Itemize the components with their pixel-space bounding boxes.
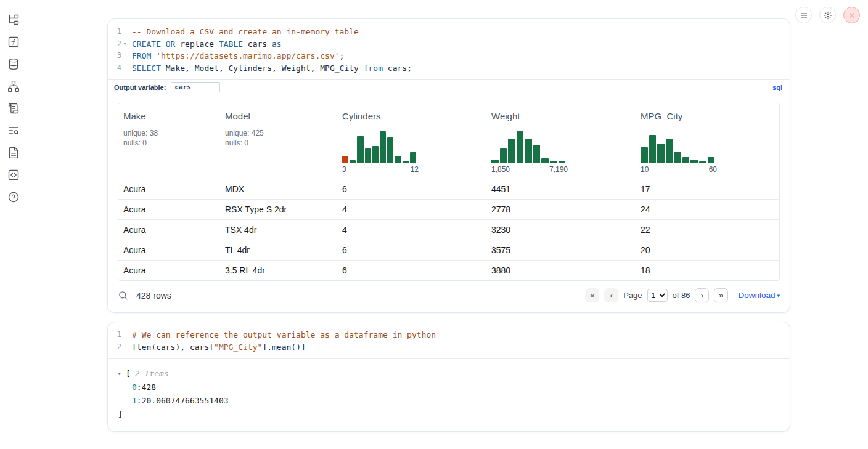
table-footer: 428 rows « ‹ Page 1 of 86 › » Download ▾ [108,281,790,312]
text-search-icon[interactable] [7,124,20,137]
histogram-bar [357,136,363,163]
histogram-bar [699,161,706,163]
last-page-button[interactable]: » [714,288,728,302]
table-row: Acura3.5 RL 4dr6388018 [118,260,779,280]
histogram-bar [533,145,541,163]
sql-editor[interactable]: 1-- Download a CSV and create an in-memo… [108,19,790,79]
table-cell: 6 [337,179,486,199]
close-button[interactable] [843,7,860,23]
histogram-bar [682,157,690,163]
search-icon[interactable] [118,290,129,301]
table-cell: MDX [220,179,337,199]
line-number: 1 [108,329,121,341]
code-line[interactable]: 2▾CREATE OR replace TABLE cars as [108,38,790,51]
table-cell: 4 [337,220,486,240]
table-cell: Acura [118,220,220,240]
logs-scroll-icon[interactable] [7,102,20,115]
code-text: CREATE OR replace TABLE cars as [128,38,282,51]
code-square-icon[interactable] [7,169,20,181]
code-line[interactable]: 1# We can reference the output variable … [108,329,790,341]
output-variable-input[interactable] [171,82,220,92]
table-cell: 22 [636,220,779,240]
snippets-file-icon[interactable] [7,147,20,159]
histogram-bar [372,146,379,163]
table-row: AcuraRSX Type S 2dr4277824 [118,199,779,219]
table-cell: 4 [337,200,486,219]
table-cell: 3575 [486,240,636,260]
table-cell: Acura [118,179,220,199]
chevron-down-icon[interactable]: ▾ [118,367,126,381]
dependency-graph-icon[interactable] [7,80,20,92]
code-line[interactable]: 4SELECT Make, Model, Cylinders, Weight, … [108,62,790,75]
help-circle-icon[interactable] [7,191,20,203]
code-line[interactable]: 2[len(cars), cars["MPG_City"].mean()] [108,341,790,354]
table-cell: TL 4dr [220,240,337,260]
column-header-cylinders[interactable]: Cylinders312 [337,103,486,179]
table-cell: Acura [118,240,220,260]
next-page-button[interactable]: › [695,288,709,302]
column-name: Cylinders [342,111,481,121]
histogram-bar [410,152,416,163]
column-header-mpg_city[interactable]: MPG_City1060 [636,103,779,179]
histogram-bar [517,131,524,163]
language-badge: sql [772,84,782,91]
table-cell: 6 [337,261,486,280]
menu-button[interactable] [795,7,812,23]
sidebar [0,0,27,449]
histogram-bar [550,161,557,163]
fold-gutter [121,329,128,341]
prev-page-button[interactable]: ‹ [604,288,618,302]
histogram-weight: 1,8507,190 [491,130,631,174]
column-name: Weight [491,111,631,121]
window-actions [795,7,860,23]
table-cell: Acura [118,200,220,219]
open-bracket: [ [126,367,131,381]
column-header-make[interactable]: Makeunique: 38nulls: 0 [118,103,220,179]
table-cell: 17 [636,179,779,199]
histogram-bar [403,161,409,163]
table-cell: 20 [636,240,779,260]
histogram-cylinders: 312 [342,130,481,174]
python-cell: 1# We can reference the output variable … [107,322,790,432]
notebook: 1-- Download a CSV and create an in-memo… [107,18,790,432]
histogram-max-label: 60 [709,165,717,174]
code-line[interactable]: 3FROM 'https://datasets.marimo.app/cars.… [108,50,790,62]
histogram-mpg_city: 1060 [641,130,774,174]
table-row: AcuraTL 4dr6357520 [118,240,779,260]
download-button[interactable]: Download ▾ [738,291,780,300]
tree-entry: 0: 428 [118,381,780,394]
code-text: -- Download a CSV and create an in-memor… [128,26,359,38]
code-text: FROM 'https://datasets.marimo.app/cars.c… [128,50,344,62]
histogram-bar [387,137,393,163]
tree-entry-colon: : [137,381,142,394]
output-variable-row: Output variable: sql [108,79,790,94]
fold-gutter [121,26,128,38]
close-bracket: ] [118,408,123,421]
tree-entry-key: 1 [132,394,137,408]
python-editor[interactable]: 1# We can reference the output variable … [108,322,790,358]
fold-gutter [121,62,128,75]
database-icon[interactable] [7,58,20,70]
code-line[interactable]: 1-- Download a CSV and create an in-memo… [108,26,790,38]
fold-chevron-icon[interactable]: ▾ [121,38,128,51]
histogram-bar [690,160,698,163]
table-header: Makeunique: 38nulls: 0Modelunique: 425nu… [118,103,779,179]
download-label: Download [738,291,775,300]
file-tree-icon[interactable] [7,14,20,26]
first-page-button[interactable]: « [585,288,599,302]
column-header-model[interactable]: Modelunique: 425nulls: 0 [220,103,337,179]
tree-entry-key: 0 [132,381,137,394]
output-variable-label: Output variable: [114,84,166,91]
table-cell: Acura [118,261,220,280]
tree-entry-value: 428 [142,381,156,394]
table-cell: 6 [337,240,486,260]
table-row: AcuraMDX6445117 [118,179,779,199]
fold-gutter [121,341,128,354]
settings-gear-button[interactable] [819,7,836,23]
function-square-icon[interactable] [7,36,20,48]
column-header-weight[interactable]: Weight1,8507,190 [486,103,636,179]
tree-open-row[interactable]: ▾ [ 2 Items [118,367,780,381]
page-select[interactable]: 1 [647,289,668,302]
table-cell: 18 [636,261,779,280]
histogram-bar [541,158,549,163]
